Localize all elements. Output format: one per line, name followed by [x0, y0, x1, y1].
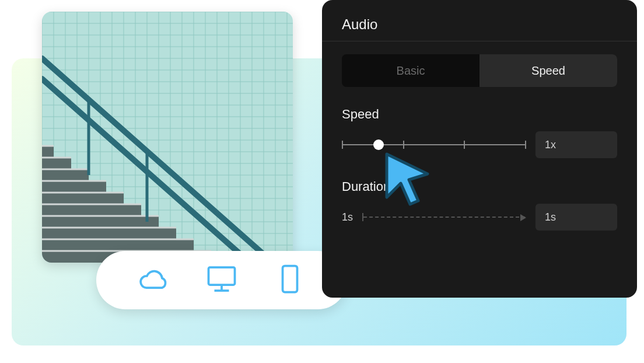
duration-label: Duration: [342, 179, 617, 194]
duration-control: 1s 1s: [342, 204, 617, 231]
duration-end: 1s: [545, 211, 556, 224]
duration-value-input[interactable]: 1s: [536, 204, 617, 231]
speed-control: 1x: [342, 131, 617, 158]
svg-rect-10: [42, 228, 176, 239]
svg-rect-7: [42, 193, 124, 204]
tab-basic[interactable]: Basic: [342, 54, 480, 87]
svg-rect-4: [42, 158, 71, 169]
duration-start: 1s: [342, 211, 353, 224]
tab-speed[interactable]: Speed: [480, 54, 617, 87]
speed-slider-thumb[interactable]: [373, 139, 384, 150]
svg-rect-30: [282, 266, 297, 292]
svg-rect-6: [42, 181, 106, 193]
svg-rect-8: [42, 204, 141, 216]
svg-rect-11: [42, 239, 194, 251]
cloud-icon[interactable]: [136, 261, 171, 299]
svg-rect-27: [208, 267, 235, 285]
speed-slider[interactable]: [342, 144, 525, 145]
phone-icon[interactable]: [272, 261, 307, 299]
speed-value: 1x: [545, 139, 556, 151]
divider: [322, 41, 637, 41]
duration-arrow: [363, 217, 525, 218]
speed-value-input[interactable]: 1x: [536, 131, 617, 158]
monitor-icon[interactable]: [204, 261, 239, 299]
device-toolbar: [96, 251, 347, 309]
svg-rect-9: [42, 216, 159, 228]
speed-label: Speed: [342, 107, 617, 122]
preview-image: [42, 12, 293, 263]
audio-tabs: Basic Speed: [342, 54, 617, 87]
panel-title: Audio: [342, 16, 617, 33]
audio-panel: Audio Basic Speed Speed 1x Duration 1s 1…: [322, 0, 637, 298]
svg-rect-3: [42, 146, 54, 158]
svg-rect-5: [42, 169, 89, 181]
